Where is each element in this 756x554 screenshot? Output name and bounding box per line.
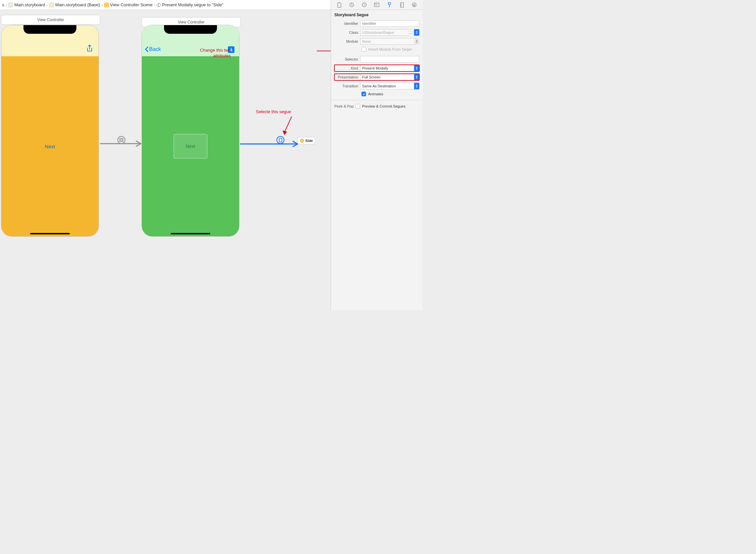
inspector-tabs: ? <box>331 0 423 10</box>
back-button[interactable]: Back <box>144 46 161 52</box>
chevron-right-icon: › <box>101 2 103 8</box>
class-value: UIStoryboardSegue <box>362 31 394 35</box>
svg-rect-4 <box>279 138 282 142</box>
storyboard-canvas[interactable]: View Controller Next View Controller <box>0 10 331 310</box>
anno-text: Change this two <box>200 48 231 53</box>
vc-dot-icon <box>300 138 304 143</box>
dropdown-arrow-icon[interactable]: ▲▼ <box>414 38 419 45</box>
segue-present-modally-icon[interactable] <box>276 136 285 144</box>
kind-row: Kind Present Modally ▲▼ <box>334 65 419 71</box>
transition-value: Same As Destination <box>362 84 396 88</box>
kind-label: Kind <box>334 66 358 70</box>
crumb-storyboard[interactable]: Main.storyboard <box>8 2 45 7</box>
identifier-input[interactable] <box>360 20 419 27</box>
chevron-right-icon: › <box>6 2 7 8</box>
next-button[interactable]: Next <box>45 144 55 149</box>
segue-icon <box>157 3 161 7</box>
selector-row: Selector <box>334 56 419 63</box>
presentation-value: Full Screen <box>362 75 381 79</box>
class-jump-icon[interactable]: ○ <box>409 29 414 34</box>
dropdown-arrow-icon[interactable]: ▲▼ <box>414 65 419 71</box>
chevron-right-icon: › <box>154 2 155 8</box>
peek-pop-checkbox[interactable] <box>356 104 360 109</box>
animates-label: Animates <box>368 92 383 96</box>
vc-title-text: View Controller <box>37 17 64 22</box>
svg-rect-2 <box>121 139 122 141</box>
presentation-row: Presentation Full Screen ▲▼ <box>334 74 419 80</box>
class-row: Class UIStoryboardSegue ○ ▲▼ <box>334 29 419 36</box>
animates-checkbox[interactable] <box>362 92 366 96</box>
svg-rect-1 <box>120 138 123 142</box>
side-vc-badge[interactable]: Side <box>298 137 315 144</box>
crumb-text: View Controller Scene <box>110 2 152 7</box>
inspector-panel: ? Storyboard Segue Identifier Class UISt… <box>331 0 423 310</box>
crumb-truncated[interactable]: s <box>2 2 4 7</box>
next-label: Next <box>186 144 195 149</box>
annotation-change-attributes: Change this two attributes <box>200 48 231 59</box>
nav-bar-area <box>1 25 99 56</box>
animates-row: Animates <box>362 92 419 96</box>
crumb-text: Present Modally segue to "Side" <box>162 2 224 7</box>
segue-kind-icon[interactable] <box>117 136 125 144</box>
inherit-label: Inherit Module From Target <box>368 47 412 51</box>
peek-pop-row: Peek & Pop Preview & Commit Segues <box>334 104 419 109</box>
segue-arrow-selected[interactable] <box>239 139 299 149</box>
help-inspector-tab-icon[interactable]: ? <box>361 2 368 8</box>
connections-inspector-tab-icon[interactable] <box>411 2 418 8</box>
selector-label: Selector <box>334 57 358 61</box>
storyboard-file-icon <box>49 3 54 7</box>
view-controller-1[interactable]: Next <box>1 25 99 237</box>
crumb-segue[interactable]: Present Modally segue to "Side" <box>157 2 224 7</box>
crumb-text: Main.storyboard (Base) <box>55 2 100 7</box>
presentation-select[interactable]: Full Screen <box>360 74 414 80</box>
attributes-inspector-tab-icon[interactable] <box>386 2 392 8</box>
annotation-arrow-1 <box>317 49 331 52</box>
phone-frame: Next <box>1 25 99 237</box>
transition-row: Transition Same As Destination ▲▼ <box>334 83 419 89</box>
selector-input[interactable] <box>360 56 419 63</box>
dropdown-arrow-icon[interactable]: ▲▼ <box>414 74 419 80</box>
annotation-select-segue: Selecte this segue <box>256 109 291 114</box>
chevron-right-icon: › <box>46 2 48 8</box>
main-view-green: Next <box>142 56 239 236</box>
crumb-text: s <box>2 2 4 7</box>
notch-icon <box>23 25 76 34</box>
crumb-storyboard-base[interactable]: Main.storyboard (Base) <box>49 2 100 7</box>
class-select[interactable]: UIStoryboardSegue <box>360 29 409 36</box>
history-inspector-tab-icon[interactable] <box>349 2 355 8</box>
scene-icon <box>104 3 109 7</box>
peek-label: Peek & Pop <box>334 104 354 108</box>
divider <box>331 100 423 100</box>
dropdown-arrow-icon[interactable]: ▲▼ <box>414 83 419 89</box>
identity-inspector-tab-icon[interactable] <box>373 2 380 8</box>
module-label: Module <box>334 39 358 43</box>
back-label: Back <box>149 46 161 52</box>
transition-select[interactable]: Same As Destination <box>360 83 414 89</box>
section-title: Storyboard Segue <box>334 13 419 17</box>
kind-value: Present Modally <box>362 66 388 70</box>
container-view[interactable]: Next <box>174 134 207 159</box>
size-inspector-tab-icon[interactable] <box>398 2 405 8</box>
storyboard-file-icon <box>8 3 13 7</box>
file-inspector-tab-icon[interactable] <box>336 2 342 8</box>
annotation-arrow-2 <box>282 116 295 136</box>
inherit-module-row: Inherit Module From Target <box>362 47 419 52</box>
dropdown-arrow-icon[interactable]: ▲▼ <box>414 29 419 36</box>
svg-text:?: ? <box>364 3 365 7</box>
crumb-scene[interactable]: View Controller Scene <box>104 2 152 7</box>
vc-title-text: View Controller <box>178 20 204 24</box>
anno-text: Selecte this segue <box>256 109 291 114</box>
vc1-title-bar[interactable]: View Controller <box>1 15 100 25</box>
notch-icon <box>164 25 217 34</box>
presentation-label: Presentation <box>334 75 358 79</box>
module-select[interactable]: None <box>360 38 414 45</box>
module-value: None <box>362 39 371 43</box>
inspector-body: Storyboard Segue Identifier Class UIStor… <box>331 10 423 111</box>
home-indicator-icon <box>171 233 210 234</box>
inherit-module-checkbox[interactable] <box>362 47 366 52</box>
transition-label: Transition <box>334 84 358 88</box>
kind-select[interactable]: Present Modally <box>360 65 414 71</box>
share-icon[interactable] <box>86 44 93 53</box>
class-label: Class <box>334 31 358 35</box>
anno-text: attributes <box>200 53 231 59</box>
